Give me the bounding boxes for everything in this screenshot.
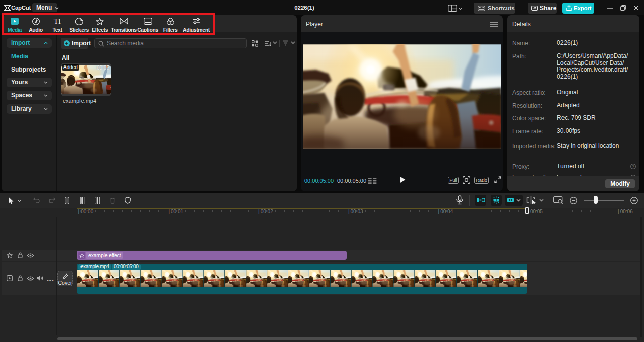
svg-text:?: ?	[632, 165, 634, 168]
